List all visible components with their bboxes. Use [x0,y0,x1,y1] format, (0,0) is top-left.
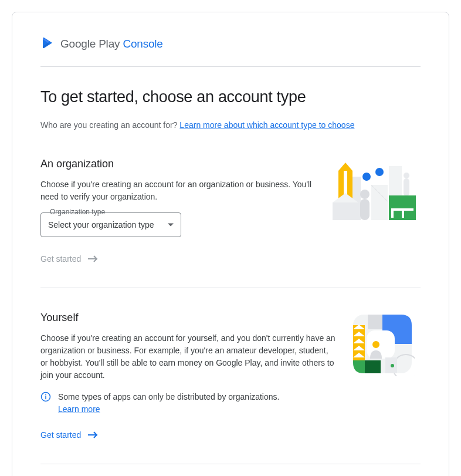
brand-header: Google Play Console [40,36,421,52]
brand-name-play: Google Play [60,38,120,50]
yourself-get-started-button[interactable]: Get started [40,430,99,440]
organization-get-started-label: Get started [40,254,81,264]
svg-rect-17 [333,202,358,220]
page-title: To get started, choose an account type [40,88,421,106]
brand-text: Google Play Console [60,38,163,50]
brand-name-console: Console [123,38,162,50]
svg-rect-21 [45,396,46,399]
info-icon [40,391,51,404]
yourself-learn-more-link[interactable]: Learn more [58,404,100,414]
learn-more-account-type-link[interactable]: Learn more about which account type to c… [179,120,354,130]
yourself-info-row: Some types of apps can only be distribut… [40,391,336,416]
svg-point-5 [375,168,384,176]
arrow-right-icon [88,255,99,263]
arrow-right-icon [88,431,99,439]
yourself-info-text: Some types of apps can only be distribut… [58,392,279,401]
svg-rect-12 [404,178,409,196]
svg-marker-0 [338,163,352,171]
yourself-section: Yourself Choose if you're creating an ac… [40,288,421,464]
google-play-logo-icon [40,36,55,52]
organization-type-placeholder: Select your organization type [48,220,154,229]
organization-section: An organization Choose if you're creatin… [40,158,421,288]
organization-type-select[interactable]: Select your organization type [40,212,181,237]
yourself-title: Yourself [40,312,336,324]
svg-point-4 [362,173,371,181]
organization-illustration [333,158,421,264]
svg-rect-8 [371,185,388,220]
divider [40,464,421,464]
organization-title: An organization [40,158,318,170]
yourself-illustration [350,312,421,440]
svg-rect-7 [360,199,370,220]
svg-rect-32 [365,360,381,373]
svg-point-11 [404,173,409,178]
divider [40,66,421,67]
svg-point-6 [360,190,370,199]
chevron-down-icon [168,224,174,227]
svg-rect-15 [394,211,402,218]
yourself-get-started-label: Get started [40,430,81,440]
svg-point-31 [372,341,379,348]
organization-type-select-wrapper: Organization type Select your organizati… [40,212,181,237]
svg-rect-16 [404,211,413,218]
svg-point-35 [391,364,394,367]
yourself-description: Choose if you're creating an account for… [40,332,336,382]
svg-rect-23 [368,315,382,329]
subtitle: Who are you creating an account for? Lea… [40,120,421,130]
svg-point-20 [45,394,46,396]
account-type-card: Google Play Console To get started, choo… [12,12,449,476]
organization-get-started-button[interactable]: Get started [40,254,99,264]
subtitle-prefix: Who are you creating an account for? [40,120,179,130]
organization-description: Choose if you're creating an account for… [40,178,318,203]
